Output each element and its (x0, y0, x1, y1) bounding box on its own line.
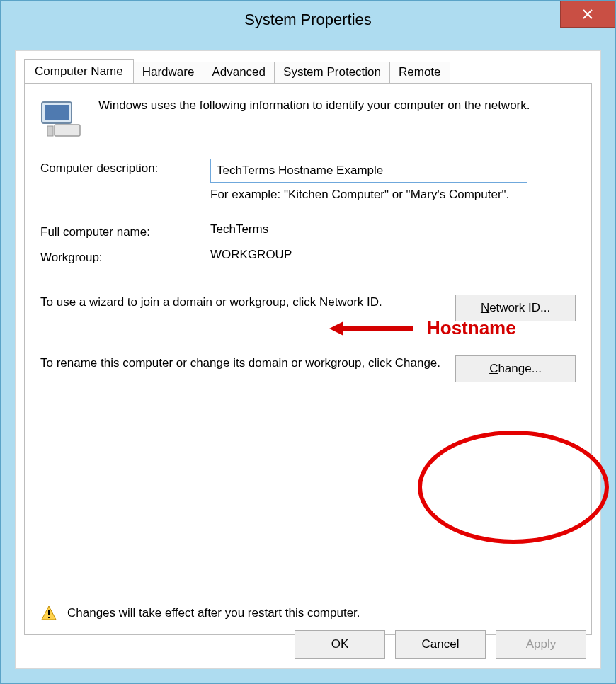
intro-text: Windows uses the following information t… (98, 98, 530, 114)
cancel-button[interactable]: Cancel (395, 630, 486, 659)
close-button[interactable] (560, 1, 615, 28)
warning-icon (40, 605, 57, 622)
description-example: For example: "Kitchen Computer" or "Mary… (210, 187, 576, 203)
change-button[interactable]: Change... (455, 355, 576, 382)
tab-advanced[interactable]: Advanced (203, 62, 275, 85)
tab-system-protection[interactable]: System Protection (274, 62, 390, 85)
workgroup-label: Workgroup: (40, 248, 210, 265)
window-title: System Properties (244, 11, 372, 29)
svg-marker-7 (329, 321, 343, 336)
workgroup-value: WORKGROUP (210, 248, 576, 262)
system-properties-window: System Properties Computer Name Hardware… (0, 0, 616, 684)
svg-rect-4 (48, 610, 50, 615)
row-workgroup: Workgroup: WORKGROUP (40, 248, 576, 265)
row-full-computer-name: Full computer name: TechTerms (40, 222, 576, 239)
svg-rect-3 (47, 126, 53, 136)
svg-rect-5 (48, 617, 50, 618)
computer-icon (40, 98, 86, 139)
tab-hardware[interactable]: Hardware (133, 62, 204, 85)
arrow-left-icon (329, 319, 414, 338)
intro-row: Windows uses the following information t… (40, 98, 576, 139)
client-area: Computer Name Hardware Advanced System P… (15, 50, 601, 669)
dialog-buttons: OK Cancel Apply (295, 630, 586, 659)
full-name-value: TechTerms (210, 222, 576, 236)
close-icon (582, 8, 593, 20)
warning-row: Changes will take effect after you resta… (40, 605, 360, 622)
network-id-button[interactable]: Network ID... (455, 295, 576, 321)
description-input[interactable] (210, 159, 527, 183)
tab-computer-name[interactable]: Computer Name (24, 59, 134, 83)
svg-rect-1 (45, 105, 69, 120)
ok-button[interactable]: OK (295, 630, 385, 659)
full-name-label: Full computer name: (40, 222, 210, 239)
tab-strip: Computer Name Hardware Advanced System P… (16, 51, 600, 83)
row-change: To rename this computer or change its do… (40, 355, 576, 382)
description-label: Computer description: (40, 159, 210, 176)
tab-remote[interactable]: Remote (389, 62, 450, 85)
apply-button[interactable]: Apply (496, 630, 586, 659)
titlebar: System Properties (1, 1, 615, 39)
svg-rect-2 (55, 125, 80, 136)
network-id-text: To use a wizard to join a domain or work… (40, 295, 455, 310)
row-network-id: To use a wizard to join a domain or work… (40, 295, 576, 321)
tab-panel-computer-name: Windows uses the following information t… (24, 83, 592, 635)
annotation-change-circle (418, 431, 609, 544)
change-text: To rename this computer or change its do… (40, 355, 455, 371)
warning-text: Changes will take effect after you resta… (67, 606, 360, 620)
row-description: Computer description: For example: "Kitc… (40, 159, 576, 214)
